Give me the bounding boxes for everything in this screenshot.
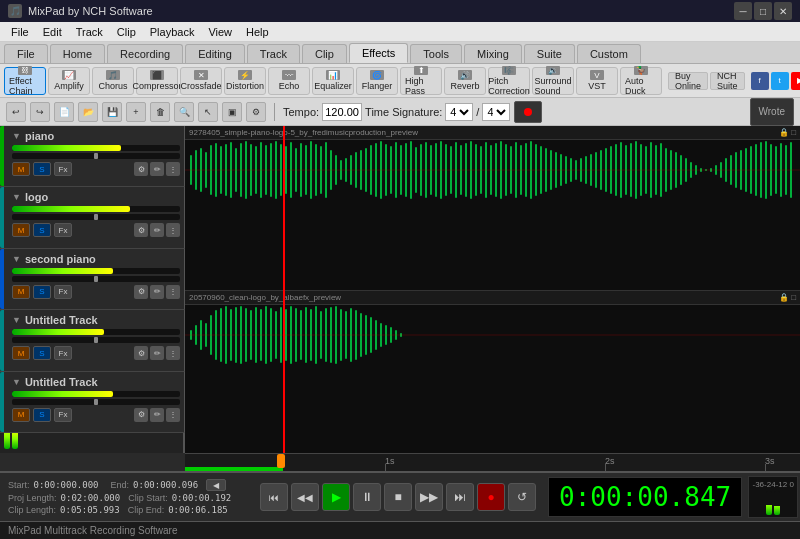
timeline[interactable]: 1s 2s 3s (185, 453, 800, 471)
tab-custom[interactable]: Custom (577, 44, 641, 63)
delete-btn[interactable]: 🗑 (150, 102, 170, 122)
youtube-btn[interactable]: ▶ (791, 72, 800, 90)
redo-btn[interactable]: ↪ (30, 102, 50, 122)
arm-btn-untitled1[interactable]: ⚙ (134, 346, 148, 360)
arm-btn-untitled2[interactable]: ⚙ (134, 408, 148, 422)
menu-help[interactable]: Help (239, 24, 276, 40)
open-btn[interactable]: 📂 (78, 102, 98, 122)
record-btn[interactable]: ● (477, 483, 505, 511)
tab-mixing[interactable]: Mixing (464, 44, 522, 63)
fx-btn-logo[interactable]: Fx (54, 223, 72, 237)
timecode-btn[interactable]: ◀ (206, 479, 226, 491)
wrote-button[interactable]: Wrote (750, 98, 795, 126)
chorus-btn[interactable]: 🎵 Chorus (92, 67, 134, 95)
tab-recording[interactable]: Recording (107, 44, 183, 63)
waveform-track-piano[interactable]: 9278405_simple-piano-logo-5_by_fredimusi… (185, 126, 800, 291)
loop-btn[interactable]: ↺ (508, 483, 536, 511)
waveform-area[interactable]: 9278405_simple-piano-logo-5_by_fredimusi… (185, 126, 800, 453)
arm-btn-logo[interactable]: ⚙ (134, 223, 148, 237)
rename-btn-logo[interactable]: ✏ (150, 223, 164, 237)
solo-btn-second-piano[interactable]: S (33, 285, 51, 299)
select-btn[interactable]: ▣ (222, 102, 242, 122)
mute-btn-piano[interactable]: M (12, 162, 30, 176)
vst-btn[interactable]: V VST (576, 67, 618, 95)
menu-track[interactable]: Track (69, 24, 110, 40)
menu-clip[interactable]: Clip (110, 24, 143, 40)
play-btn[interactable]: ▶ (322, 483, 350, 511)
waveform-track-logo[interactable]: 20570960_clean-logo_by_albaefx_preview 🔒… (185, 291, 800, 453)
menu-view[interactable]: View (201, 24, 239, 40)
rename-btn-piano[interactable]: ✏ (150, 162, 164, 176)
fx-btn-untitled1[interactable]: Fx (54, 346, 72, 360)
time-sig-denominator[interactable]: 4 (482, 103, 510, 121)
forward-btn[interactable]: ▶▶ (415, 483, 443, 511)
tab-file[interactable]: File (4, 44, 48, 63)
mute-btn-untitled1[interactable]: M (12, 346, 30, 360)
tab-tools[interactable]: Tools (410, 44, 462, 63)
flanger-btn[interactable]: 🌀 Flanger (356, 67, 398, 95)
solo-btn-logo[interactable]: S (33, 223, 51, 237)
maximize-button[interactable]: □ (754, 2, 772, 20)
back-btn[interactable]: ◀◀ (291, 483, 319, 511)
close-button[interactable]: ✕ (774, 2, 792, 20)
auto-duck-btn[interactable]: 🦆 Auto Duck (620, 67, 662, 95)
effect-chain-btn[interactable]: ⛓ Effect Chain (4, 67, 46, 95)
solo-btn-untitled2[interactable]: S (33, 408, 51, 422)
echo-btn[interactable]: 〰 Echo (268, 67, 310, 95)
new-btn[interactable]: 📄 (54, 102, 74, 122)
more-btn-piano[interactable]: ⋮ (166, 162, 180, 176)
tempo-input[interactable] (322, 103, 362, 121)
fx-btn-second-piano[interactable]: Fx (54, 285, 72, 299)
facebook-btn[interactable]: f (751, 72, 769, 90)
add-track-btn[interactable]: + (126, 102, 146, 122)
menu-edit[interactable]: Edit (36, 24, 69, 40)
pitch-correction-btn[interactable]: 🎼 Pitch Correction (488, 67, 530, 95)
cursor-btn[interactable]: ↖ (198, 102, 218, 122)
rename-btn-untitled2[interactable]: ✏ (150, 408, 164, 422)
crossfade-btn[interactable]: ✕ Crossfade (180, 67, 222, 95)
mute-btn-untitled2[interactable]: M (12, 408, 30, 422)
reverb-btn[interactable]: 🔊 Reverb (444, 67, 486, 95)
fx-btn-untitled2[interactable]: Fx (54, 408, 72, 422)
stop-btn[interactable]: ■ (384, 483, 412, 511)
twitter-btn[interactable]: t (771, 72, 789, 90)
time-sig-numerator[interactable]: 4 (445, 103, 473, 121)
surround-sound-btn[interactable]: 🔉 Surround Sound (532, 67, 574, 95)
fx-btn-piano[interactable]: Fx (54, 162, 72, 176)
solo-btn-piano[interactable]: S (33, 162, 51, 176)
more-btn-logo[interactable]: ⋮ (166, 223, 180, 237)
tab-home[interactable]: Home (50, 44, 105, 63)
rename-btn-untitled1[interactable]: ✏ (150, 346, 164, 360)
rename-btn-second-piano[interactable]: ✏ (150, 285, 164, 299)
pause-btn[interactable]: ⏸ (353, 483, 381, 511)
tab-suite[interactable]: Suite (524, 44, 575, 63)
menu-playback[interactable]: Playback (143, 24, 202, 40)
distortion-btn[interactable]: ⚡ Distortion (224, 67, 266, 95)
tab-editing[interactable]: Editing (185, 44, 245, 63)
zoom-in-btn[interactable]: 🔍 (174, 102, 194, 122)
mute-btn-second-piano[interactable]: M (12, 285, 30, 299)
tab-track[interactable]: Track (247, 44, 300, 63)
arm-btn-second-piano[interactable]: ⚙ (134, 285, 148, 299)
menu-file[interactable]: File (4, 24, 36, 40)
undo-btn[interactable]: ↩ (6, 102, 26, 122)
arm-btn-piano[interactable]: ⚙ (134, 162, 148, 176)
equalizer-btn[interactable]: 📊 Equalizer (312, 67, 354, 95)
amplify-btn[interactable]: 📈 Amplify (48, 67, 90, 95)
nch-suite-btn[interactable]: NCH Suite (710, 72, 745, 90)
tab-clip[interactable]: Clip (302, 44, 347, 63)
more-btn-untitled2[interactable]: ⋮ (166, 408, 180, 422)
rewind-btn[interactable]: ⏮ (260, 483, 288, 511)
more-btn-untitled1[interactable]: ⋮ (166, 346, 180, 360)
minimize-button[interactable]: ─ (734, 2, 752, 20)
end-btn[interactable]: ⏭ (446, 483, 474, 511)
highpass-btn[interactable]: ⬆ High Pass (400, 67, 442, 95)
settings-btn[interactable]: ⚙ (246, 102, 266, 122)
compressor-btn[interactable]: ⬛ Compressor (136, 67, 178, 95)
save-btn[interactable]: 💾 (102, 102, 122, 122)
more-btn-second-piano[interactable]: ⋮ (166, 285, 180, 299)
buy-online-btn[interactable]: Buy Online (668, 72, 708, 90)
mute-btn-logo[interactable]: M (12, 223, 30, 237)
solo-btn-untitled1[interactable]: S (33, 346, 51, 360)
tab-effects[interactable]: Effects (349, 43, 408, 63)
